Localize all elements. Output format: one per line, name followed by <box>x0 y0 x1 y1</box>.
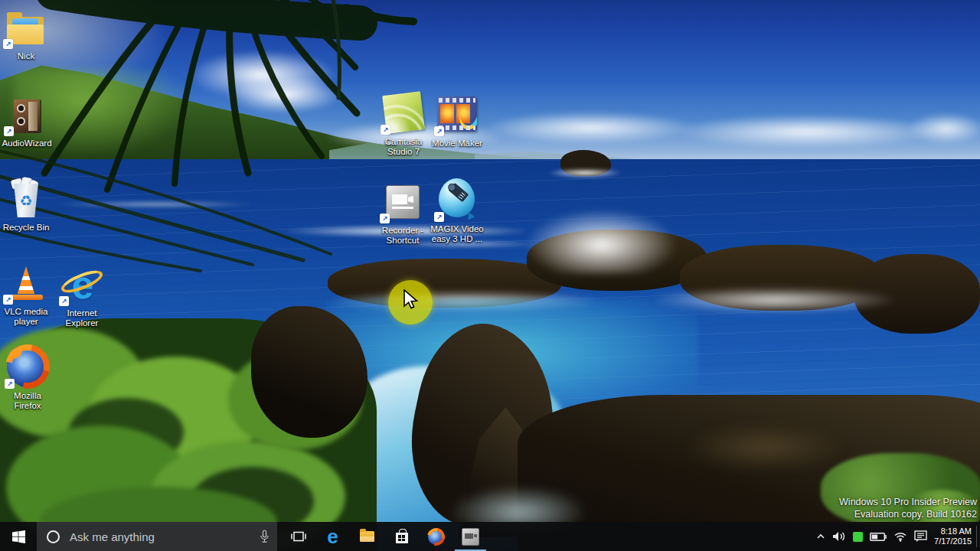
recorder-icon: ↗ <box>379 181 426 223</box>
cortana-icon <box>47 530 60 543</box>
battery-button[interactable] <box>870 533 887 541</box>
search-box[interactable] <box>37 522 277 551</box>
taskbar-buttons: e <box>281 522 488 551</box>
foam <box>550 168 620 178</box>
icon-label: VLC mediaplayer <box>5 307 48 327</box>
wallpaper <box>0 0 980 551</box>
vlc-cone-icon: ↗ <box>2 262 50 305</box>
recorder-status-tray[interactable] <box>853 532 863 542</box>
icon-label: Recorder -Shortcut <box>382 226 423 246</box>
shortcut-arrow-icon: ↗ <box>380 214 390 223</box>
task-view-icon <box>290 530 307 543</box>
folder-icon: ↗ <box>2 6 50 49</box>
icon-label: Nick <box>18 51 34 61</box>
volume-button[interactable] <box>832 531 846 542</box>
green-status-icon <box>853 532 863 542</box>
desktop-icon-recycle-bin[interactable]: ♻ Recycle Bin <box>0 178 57 233</box>
desktop-icon-movie-maker[interactable]: ↗ Movie Maker <box>426 93 488 148</box>
recycle-symbol: ♻ <box>19 194 32 208</box>
desktop-icon-nick[interactable]: ↗ Nick <box>0 6 57 61</box>
wifi-icon <box>893 532 907 542</box>
speaker-icon <box>832 531 846 542</box>
windows-logo-icon <box>12 530 25 543</box>
icon-label: AudioWizard <box>2 139 51 148</box>
desktop-icon-firefox[interactable]: ↗ MozillaFirefox <box>0 346 58 411</box>
watermark-line1: Windows 10 Pro Insider Preview <box>839 496 977 508</box>
wave <box>60 201 251 208</box>
network-button[interactable] <box>893 532 907 542</box>
cloud <box>677 115 937 148</box>
clock-time: 8:18 AM <box>934 527 972 537</box>
shortcut-arrow-icon: ↗ <box>381 125 390 135</box>
shortcut-arrow-icon: ↗ <box>4 126 14 136</box>
taskbar-store-button[interactable] <box>384 522 419 551</box>
desktop-icon-vlc[interactable]: ↗ VLC mediaplayer <box>0 262 57 327</box>
store-icon <box>396 533 408 543</box>
action-center-icon <box>914 530 927 543</box>
firefox-icon: ↗ <box>4 346 51 389</box>
hidden-icons-chevron[interactable] <box>816 533 825 540</box>
camtasia-icon: ↗ <box>380 92 427 135</box>
file-explorer-icon <box>360 531 374 542</box>
clock-date: 7/17/2015 <box>934 536 972 547</box>
movie-maker-icon: ↗ <box>433 93 481 136</box>
taskbar-file-explorer-button[interactable] <box>350 522 384 551</box>
task-view-button[interactable] <box>281 522 315 551</box>
shortcut-arrow-icon: ↗ <box>434 212 444 222</box>
shortcut-arrow-icon: ↗ <box>434 126 444 136</box>
windows-watermark: Windows 10 Pro Insider Preview Evaluatio… <box>839 496 977 520</box>
watermark-line2: Evaluation copy. Build 10162 <box>839 508 977 520</box>
desktop-icon-recorder[interactable]: ↗ Recorder -Shortcut <box>372 181 433 246</box>
taskbar-empty-area <box>488 522 811 551</box>
shortcut-arrow-icon: ↗ <box>59 296 69 306</box>
taskbar-camtasia-recorder-button[interactable] <box>453 522 488 551</box>
audiowizard-icon: ↗ <box>3 93 51 136</box>
cloud <box>227 77 341 113</box>
taskbar-clock[interactable]: 8:18 AM 7/17/2015 <box>933 522 976 551</box>
desktop-icon-magix[interactable]: ↗ MAGIX Videoeasy 3 HD ... <box>426 174 488 244</box>
icon-label: Recycle Bin <box>3 223 50 233</box>
desktop-icon-internet-explorer[interactable]: e ↗ InternetExplorer <box>51 263 113 328</box>
desktop-icon-audiowizard[interactable]: ↗ AudioWizard <box>0 93 57 148</box>
shortcut-arrow-icon: ↗ <box>3 295 13 305</box>
camtasia-recorder-icon <box>462 528 479 546</box>
show-desktop-button[interactable] <box>977 522 980 551</box>
desktop-icon-camtasia[interactable]: ↗ CamtasiaStudio 7 <box>373 92 434 157</box>
start-button[interactable] <box>0 522 37 551</box>
taskbar-edge-button[interactable]: e <box>315 522 350 551</box>
edge-icon: e <box>327 527 338 546</box>
cloud <box>487 112 694 144</box>
cloud <box>908 113 980 144</box>
action-center-button[interactable] <box>914 530 927 543</box>
mouse-cursor <box>403 289 421 309</box>
internet-explorer-icon: e ↗ <box>58 263 106 306</box>
taskbar-firefox-button[interactable] <box>419 522 453 551</box>
shortcut-arrow-icon: ↗ <box>3 39 13 49</box>
icon-label: MozillaFirefox <box>14 391 41 411</box>
microphone-icon[interactable] <box>260 530 270 543</box>
magix-icon: ↗ <box>433 174 481 222</box>
icon-label: Movie Maker <box>432 139 482 148</box>
rock-highlight <box>681 422 846 473</box>
desktop: Windows 10 Pro Insider Preview Evaluatio… <box>0 0 980 551</box>
icon-label: CamtasiaStudio 7 <box>385 137 423 157</box>
shortcut-arrow-icon: ↗ <box>5 379 15 389</box>
system-tray <box>811 522 933 551</box>
recycle-bin-icon: ♻ <box>2 178 50 220</box>
chevron-up-icon <box>816 533 825 540</box>
icon-label: InternetExplorer <box>66 308 99 328</box>
search-input[interactable] <box>68 530 260 544</box>
wave-splash <box>527 210 676 274</box>
firefox-icon <box>428 529 444 545</box>
taskbar: e <box>0 522 980 551</box>
battery-icon <box>870 533 887 541</box>
icon-label: MAGIX Videoeasy 3 HD ... <box>430 224 483 244</box>
